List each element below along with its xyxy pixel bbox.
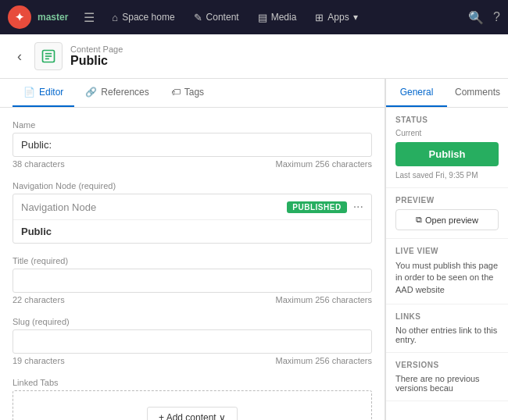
tabs-bar: 📄 Editor 🔗 References 🏷 Tags xyxy=(0,79,385,108)
publish-button[interactable]: Publish xyxy=(395,142,499,166)
tab-tags[interactable]: 🏷 Tags xyxy=(160,79,215,107)
nav-item-content[interactable]: ✎ Content xyxy=(186,7,247,28)
right-tabs: General Comments xyxy=(386,79,508,108)
comments-tab-label: Comments xyxy=(455,87,500,98)
page-type-label: Content Page xyxy=(70,44,123,54)
nav-item-label: Content xyxy=(206,12,239,23)
branch-label: master xyxy=(38,12,68,23)
page-icon xyxy=(34,42,63,70)
tags-tab-icon: 🏷 xyxy=(171,87,181,98)
slug-input[interactable] xyxy=(13,329,372,354)
nav-item-label: Space home xyxy=(122,12,174,23)
links-text: No other entries link to this entry. xyxy=(395,326,499,344)
nav-node-menu-button[interactable]: ··· xyxy=(353,200,363,214)
media-icon: ▤ xyxy=(258,12,267,23)
preview-section-title: PREVIEW xyxy=(395,196,499,205)
tab-references-label: References xyxy=(101,87,148,98)
slug-max-chars: Maximum 256 characters xyxy=(276,356,373,365)
name-char-count: 38 characters xyxy=(13,159,65,169)
tab-references[interactable]: 🔗 References xyxy=(74,79,159,107)
versions-text: There are no previous versions becau xyxy=(395,374,499,393)
links-section: LINKS No other entries link to this entr… xyxy=(386,304,508,353)
name-input[interactable] xyxy=(13,133,372,157)
content-page-icon xyxy=(41,48,56,64)
last-saved-label: Last saved Fri, 9:35 PM xyxy=(395,171,499,180)
links-section-title: LINKS xyxy=(395,312,499,321)
chevron-down-icon: ▾ xyxy=(353,12,358,23)
nav-node-field-label: Navigation Node (required) xyxy=(13,181,372,190)
add-content-label: + Add content ∨ xyxy=(159,412,226,420)
status-section-title: STATUS xyxy=(395,116,499,124)
field-group-name: Name 38 characters Maximum 256 character… xyxy=(13,120,372,169)
open-preview-label: Open preview xyxy=(425,215,478,225)
nav-item-space-home[interactable]: ⌂ Space home xyxy=(104,7,182,28)
field-group-slug: Slug (required) 19 characters Maximum 25… xyxy=(13,317,372,365)
nav-node-badges: PUBLISHED ··· xyxy=(287,200,363,214)
nav-items: ⌂ Space home ✎ Content ▤ Media ⊞ Apps ▾ xyxy=(104,7,462,28)
name-field-meta: 38 characters Maximum 256 characters xyxy=(13,159,372,169)
content-icon: ✎ xyxy=(194,12,202,23)
live-view-text: You must publish this page in order to b… xyxy=(395,260,499,296)
tab-editor-label: Editor xyxy=(39,87,63,98)
title-char-count: 22 characters xyxy=(13,295,65,304)
open-preview-button[interactable]: ⧉ Open preview xyxy=(395,209,499,230)
sub-header: ‹ Content Page Public xyxy=(0,34,508,79)
search-icon[interactable]: 🔍 xyxy=(468,10,484,25)
nav-node-header: Navigation Node PUBLISHED ··· xyxy=(13,194,371,220)
current-label: Current xyxy=(395,129,499,137)
back-button[interactable]: ‹ xyxy=(13,47,27,66)
left-panel: 📄 Editor 🔗 References 🏷 Tags Name 38 cha… xyxy=(0,79,385,420)
right-tab-general[interactable]: General xyxy=(386,79,447,107)
title-input[interactable] xyxy=(13,269,372,293)
preview-section: PREVIEW ⧉ Open preview xyxy=(386,188,508,239)
nav-item-label: Apps xyxy=(327,12,349,23)
nav-right: 🔍 ? xyxy=(468,10,500,25)
page-title: Public xyxy=(70,54,123,68)
slug-field-label: Slug (required) xyxy=(13,317,372,326)
title-field-meta: 22 characters Maximum 256 characters xyxy=(13,295,372,304)
logo-wrap: ✦ xyxy=(8,5,31,29)
field-group-linked-tabs: Linked Tabs + Add content ∨ xyxy=(13,378,372,420)
external-link-icon: ⧉ xyxy=(416,215,422,225)
home-icon: ⌂ xyxy=(112,12,118,23)
live-view-section: LIVE VIEW You must publish this page in … xyxy=(386,239,508,304)
title-max-chars: Maximum 256 characters xyxy=(276,295,373,304)
tab-editor[interactable]: 📄 Editor xyxy=(13,79,74,107)
right-panel: General Comments STATUS Current Publish … xyxy=(385,79,508,420)
nav-item-media[interactable]: ▤ Media xyxy=(250,7,305,28)
status-section: STATUS Current Publish Last saved Fri, 9… xyxy=(386,108,508,188)
versions-section-title: VERSIONS xyxy=(395,361,499,369)
published-badge: PUBLISHED xyxy=(287,201,346,213)
general-tab-label: General xyxy=(400,87,434,98)
hamburger-icon[interactable]: ☰ xyxy=(80,7,98,28)
editor-tab-icon: 📄 xyxy=(23,87,35,98)
apps-icon: ⊞ xyxy=(315,12,324,23)
nav-item-apps[interactable]: ⊞ Apps ▾ xyxy=(307,7,365,28)
slug-char-count: 19 characters xyxy=(13,356,65,365)
versions-section: VERSIONS There are no previous versions … xyxy=(386,353,508,401)
field-group-title: Title (required) 22 characters Maximum 2… xyxy=(13,256,372,304)
title-field-label: Title (required) xyxy=(13,256,372,265)
field-group-nav-node: Navigation Node (required) Navigation No… xyxy=(13,181,372,244)
live-view-title: LIVE VIEW xyxy=(395,247,499,255)
nav-node-label: Navigation Node xyxy=(21,201,96,213)
help-icon[interactable]: ? xyxy=(493,10,500,24)
name-field-label: Name xyxy=(13,120,372,130)
page-info: Content Page Public xyxy=(70,44,123,68)
form-area: Name 38 characters Maximum 256 character… xyxy=(0,108,385,420)
nav-node-container: Navigation Node PUBLISHED ··· Public xyxy=(13,194,372,244)
add-content-button[interactable]: + Add content ∨ xyxy=(147,407,238,420)
right-tab-comments[interactable]: Comments xyxy=(447,79,508,107)
name-max-chars: Maximum 256 characters xyxy=(276,159,373,169)
top-navigation: ✦ master ☰ ⌂ Space home ✎ Content ▤ Medi… xyxy=(0,0,508,34)
references-tab-icon: 🔗 xyxy=(85,87,97,98)
tab-tags-label: Tags xyxy=(184,87,204,98)
logo-icon: ✦ xyxy=(15,11,24,23)
main-layout: 📄 Editor 🔗 References 🏷 Tags Name 38 cha… xyxy=(0,79,508,420)
nav-item-label: Media xyxy=(271,12,297,23)
slug-field-meta: 19 characters Maximum 256 characters xyxy=(13,356,372,365)
linked-tabs-label: Linked Tabs xyxy=(13,378,372,387)
linked-tabs-container: + Add content ∨ xyxy=(13,390,372,420)
nav-node-value: Public xyxy=(13,220,371,243)
app-logo[interactable]: ✦ xyxy=(8,5,31,29)
